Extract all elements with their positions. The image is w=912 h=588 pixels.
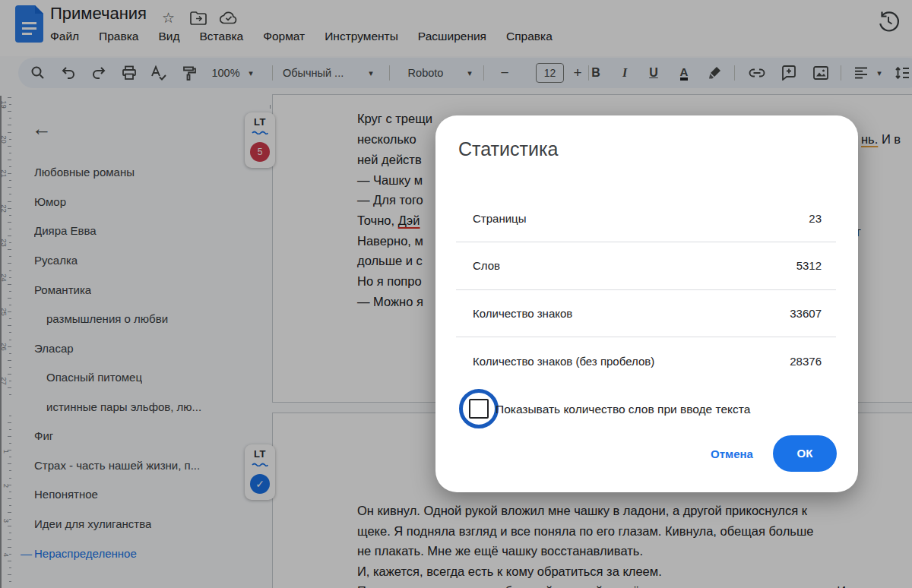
show-word-count-checkbox[interactable]: [469, 399, 489, 419]
stat-row-pages: Страницы 23: [458, 206, 835, 230]
row-divider: [456, 289, 836, 290]
stat-value: 5312: [796, 259, 822, 272]
stat-label: Страницы: [473, 212, 526, 225]
stat-value: 28376: [790, 355, 822, 368]
checkbox-label: Показывать количество слов при вводе тек…: [496, 403, 750, 416]
row-divider: [456, 242, 836, 242]
statistics-dialog: Статистика Страницы 23 Слов 5312 Количес…: [435, 115, 858, 492]
dialog-title: Статистика: [458, 138, 558, 160]
stat-row-words: Слов 5312: [458, 253, 835, 277]
stat-value: 33607: [790, 307, 822, 320]
stat-label: Слов: [473, 259, 500, 272]
ok-button[interactable]: ОК: [773, 435, 837, 472]
stat-value: 23: [809, 212, 822, 225]
cancel-button[interactable]: Отмена: [703, 441, 761, 468]
row-divider: [456, 337, 836, 337]
stat-row-chars-no-spaces: Количество знаков (без пробелов) 28376: [458, 349, 835, 373]
stat-label: Количество знаков: [473, 307, 572, 320]
stat-label: Количество знаков (без пробелов): [473, 355, 654, 368]
stat-row-chars: Количество знаков 33607: [458, 301, 835, 325]
